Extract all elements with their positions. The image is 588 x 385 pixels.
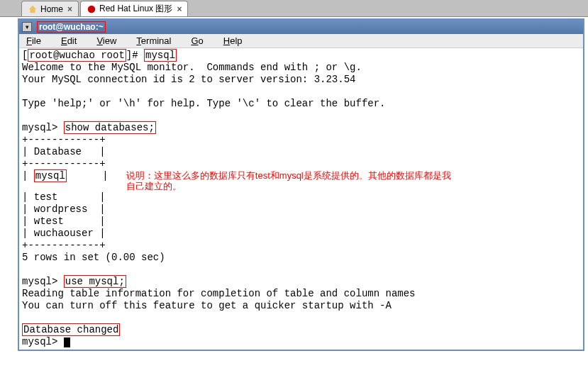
table-border-top: +------------+ <box>22 134 106 145</box>
cmd-mysql: mysql <box>144 49 177 62</box>
table-border-bottom: +------------+ <box>22 240 106 251</box>
window-titlebar: ▾ root@wuchao:~ <box>19 20 583 34</box>
tab-home-label: Home <box>40 4 63 14</box>
menu-edit[interactable]: Edit <box>61 35 77 46</box>
mysql-prompt-3: mysql> <box>22 336 64 347</box>
browser-tab-bar: Home × Red Hat Linux 图形 × <box>0 0 588 17</box>
svg-point-0 <box>88 5 96 13</box>
terminal-content[interactable]: [root@wuchao root]# mysql Welcome to the… <box>19 48 583 350</box>
annotation-text: 说明：这里这么多的数据库只有test和mysql是系统提供的。其他的数据库都是我… <box>126 170 460 191</box>
welcome-line-2: Your MySQL connection id is 2 to server … <box>22 74 355 85</box>
cmd-use-mysql: use mysql; <box>64 275 126 288</box>
terminal-cursor <box>64 337 70 347</box>
help-line: Type 'help;' or '\h' for help. Type '\c'… <box>22 98 385 109</box>
window-menu-button[interactable]: ▾ <box>22 22 32 32</box>
db-test: | test | <box>22 191 106 203</box>
db-mysql: mysql <box>34 169 67 182</box>
prompt-suffix: ]# <box>126 50 144 61</box>
reading-line-2: You can turn off this feature to get a q… <box>22 300 392 311</box>
menu-terminal[interactable]: Terminal <box>136 35 171 46</box>
home-icon <box>28 4 38 14</box>
terminal-window: ▾ root@wuchao:~ File Edit View Terminal … <box>18 18 584 351</box>
database-changed: Database changed <box>22 323 120 336</box>
tab-home[interactable]: Home × <box>21 1 79 16</box>
redhat-icon <box>87 4 96 14</box>
db-wuchaouser: | wuchaouser | <box>22 228 106 239</box>
db-wordpress: | wordpress | <box>22 203 106 215</box>
menu-go[interactable]: Go <box>191 35 203 46</box>
welcome-line-1: Welcome to the MySQL monitor. Commands e… <box>22 62 362 73</box>
menu-bar: File Edit View Terminal Go Help <box>19 34 583 48</box>
table-header: | Database | <box>22 146 106 157</box>
tab-redhat-close[interactable]: × <box>177 4 182 14</box>
prompt-userhost: root@wuchao root <box>28 49 126 62</box>
mysql-prompt-1: mysql> <box>22 122 64 133</box>
tab-redhat-label: Red Hat Linux 图形 <box>99 3 172 15</box>
mysql-prompt-2: mysql> <box>22 276 64 287</box>
menu-view[interactable]: View <box>96 35 116 46</box>
tab-redhat[interactable]: Red Hat Linux 图形 × <box>80 1 188 16</box>
menu-file[interactable]: File <box>26 35 41 46</box>
reading-line-1: Reading table information for completion… <box>22 288 416 299</box>
cmd-show-databases: show databases; <box>64 121 156 134</box>
rows-summary: 5 rows in set (0.00 sec) <box>22 252 165 263</box>
window-title: root@wuchao:~ <box>37 21 106 33</box>
table-border-mid: +------------+ <box>22 158 106 169</box>
tab-home-close[interactable]: × <box>67 4 72 14</box>
db-wtest: | wtest | <box>22 216 106 227</box>
menu-help[interactable]: Help <box>223 35 243 46</box>
